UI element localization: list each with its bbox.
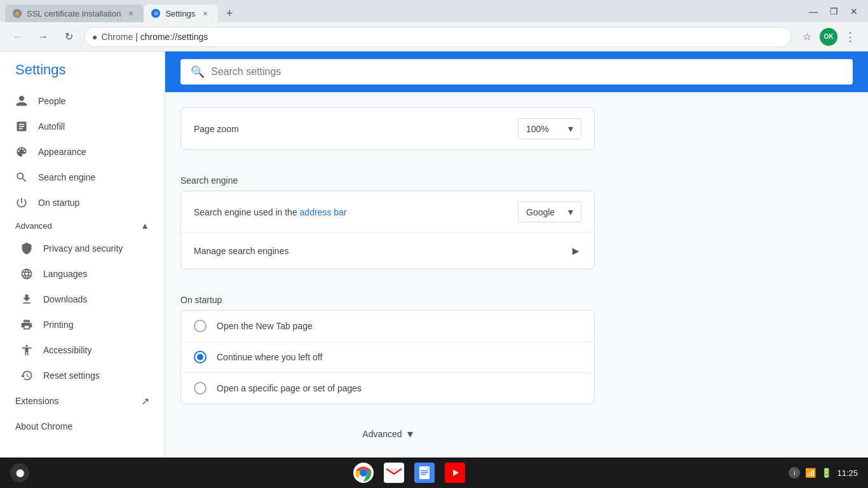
search-engine-select[interactable]: Google ▾: [518, 201, 581, 222]
sidebar-item-downloads-label: Downloads: [43, 294, 87, 304]
globe-icon: [20, 268, 33, 280]
sidebar-item-privacy[interactable]: Privacy and security: [0, 236, 165, 261]
dropdown-arrow-icon: ▾: [568, 123, 573, 135]
advanced-chevron-icon: ▲: [140, 220, 149, 231]
nav-right: ☆ OK ⋮: [797, 27, 860, 47]
radio-new-tab[interactable]: Open the New Tab page: [181, 311, 594, 342]
settings-content: Page zoom 100% ▾ Search engine Search en…: [165, 92, 610, 458]
page-zoom-select[interactable]: 100% ▾: [518, 118, 581, 139]
main-area: Settings People Autofill Appea: [0, 51, 868, 458]
sidebar-item-on-startup[interactable]: On startup: [0, 190, 165, 215]
sidebar-title: Settings: [0, 51, 165, 88]
sidebar-item-on-startup-label: On startup: [38, 198, 79, 208]
sidebar-item-reset[interactable]: Reset settings: [0, 363, 165, 388]
radio-label-specific: Open a specific page or set of pages: [217, 383, 362, 393]
maximize-button[interactable]: ❐: [825, 4, 843, 18]
system-tray[interactable]: ⬤: [10, 463, 29, 482]
taskbar-docs-icon[interactable]: [413, 461, 436, 484]
about-label: About Chrome: [15, 421, 72, 431]
advanced-section-header[interactable]: Advanced ▲: [0, 215, 165, 236]
new-tab-button[interactable]: +: [220, 4, 238, 22]
sidebar-item-people-label: People: [38, 96, 66, 106]
sidebar-item-search-engine[interactable]: Search engine: [0, 165, 165, 190]
sidebar-item-printing[interactable]: Printing: [0, 312, 165, 337]
radio-continue[interactable]: Continue where you left off: [181, 342, 594, 373]
page-zoom-label: Page zoom: [194, 124, 239, 134]
page-zoom-row: Page zoom 100% ▾: [181, 108, 594, 149]
sidebar-item-appearance[interactable]: Appearance: [0, 139, 165, 165]
radio-circle-continue: [194, 351, 207, 363]
window-controls: — ❐ ✕: [804, 4, 863, 18]
advanced-button-label: Advanced: [362, 429, 402, 439]
ssl-tab-icon: 🔒: [13, 9, 22, 18]
radio-label-new-tab: Open the New Tab page: [217, 321, 313, 331]
search-input[interactable]: [211, 66, 843, 78]
sidebar-item-accessibility[interactable]: Accessibility: [0, 337, 165, 363]
bookmark-button[interactable]: ☆: [797, 27, 817, 47]
sidebar-item-languages[interactable]: Languages: [0, 261, 165, 287]
address-separator: |: [133, 32, 140, 42]
shield-icon: [20, 242, 33, 255]
palette-icon: [15, 146, 28, 158]
address-text: Chrome | chrome://settings: [101, 32, 208, 42]
sidebar-item-downloads[interactable]: Downloads: [0, 287, 165, 312]
person-icon: [15, 95, 28, 107]
accessibility-icon: [20, 344, 33, 356]
settings-tab-close[interactable]: ✕: [200, 8, 210, 18]
tabs-area: 🔒 SSL certificate installation ✕ ⚙ Setti…: [5, 0, 804, 22]
page-zoom-value: 100%: [526, 124, 549, 134]
sidebar-item-reset-label: Reset settings: [43, 370, 100, 381]
taskbar-chrome-icon[interactable]: [352, 461, 375, 484]
sidebar-item-appearance-label: Appearance: [38, 147, 86, 157]
address-bar[interactable]: ● Chrome | chrome://settings: [84, 27, 792, 47]
address-path: chrome://settings: [140, 32, 208, 42]
manage-search-engines-row[interactable]: Manage search engines ►: [181, 233, 594, 269]
address-bar-link[interactable]: address bar: [300, 207, 347, 217]
sidebar-item-search-engine-label: Search engine: [38, 172, 95, 182]
svg-rect-9: [421, 474, 426, 475]
external-link-icon: ↗: [141, 395, 149, 407]
profile-avatar[interactable]: OK: [820, 28, 837, 46]
menu-button[interactable]: ⋮: [840, 27, 860, 47]
minimize-button[interactable]: —: [804, 4, 822, 18]
search-engine-value: Google: [526, 207, 555, 217]
title-bar: 🔒 SSL certificate installation ✕ ⚙ Setti…: [0, 0, 868, 22]
ssl-tab-close[interactable]: ✕: [126, 8, 136, 18]
page-zoom-card: Page zoom 100% ▾: [180, 107, 595, 150]
wifi-icon: 📶: [805, 468, 816, 478]
taskbar-youtube-icon[interactable]: [444, 461, 466, 484]
content-area: 🔍 Page zoom 100% ▾ Search engi: [165, 51, 868, 458]
system-circle-icon: ⬤: [16, 468, 24, 477]
settings-header: 🔍: [165, 51, 868, 92]
ssl-tab[interactable]: 🔒 SSL certificate installation ✕: [5, 4, 144, 22]
sidebar-item-autofill[interactable]: Autofill: [0, 114, 165, 139]
power-icon: [15, 196, 28, 209]
taskbar-gmail-icon[interactable]: [383, 461, 405, 484]
address-chrome-part: Chrome: [101, 32, 133, 42]
radio-circle-new-tab: [194, 320, 207, 332]
close-button[interactable]: ✕: [845, 4, 863, 18]
nav-bar: ← → ↻ ● Chrome | chrome://settings ☆ OK …: [0, 22, 868, 51]
search-engine-section-title: Search engine: [180, 165, 595, 191]
back-button[interactable]: ←: [8, 27, 28, 47]
sidebar-item-about[interactable]: About Chrome: [0, 414, 165, 439]
svg-rect-8: [421, 472, 428, 473]
radio-label-continue: Continue where you left off: [217, 352, 322, 362]
on-startup-card: Open the New Tab page Continue where you…: [180, 310, 595, 404]
radio-circle-specific: [194, 382, 207, 395]
sidebar-item-printing-label: Printing: [43, 320, 73, 330]
search-engine-label: Search engine used in the address bar: [194, 207, 347, 217]
advanced-arrow-icon: ▾: [407, 427, 413, 441]
search-box[interactable]: 🔍: [180, 59, 853, 85]
download-icon: [20, 293, 33, 306]
print-icon: [20, 318, 33, 331]
advanced-button[interactable]: Advanced ▾: [180, 419, 595, 449]
refresh-button[interactable]: ↻: [58, 27, 79, 47]
settings-tab[interactable]: ⚙ Settings ✕: [144, 4, 218, 22]
sidebar-item-extensions[interactable]: Extensions ↗: [0, 388, 165, 414]
radio-specific[interactable]: Open a specific page or set of pages: [181, 373, 594, 403]
sidebar-item-people[interactable]: People: [0, 88, 165, 114]
sidebar-item-languages-label: Languages: [43, 269, 87, 279]
forward-button[interactable]: →: [33, 27, 53, 47]
taskbar-left: ⬤: [10, 463, 29, 482]
